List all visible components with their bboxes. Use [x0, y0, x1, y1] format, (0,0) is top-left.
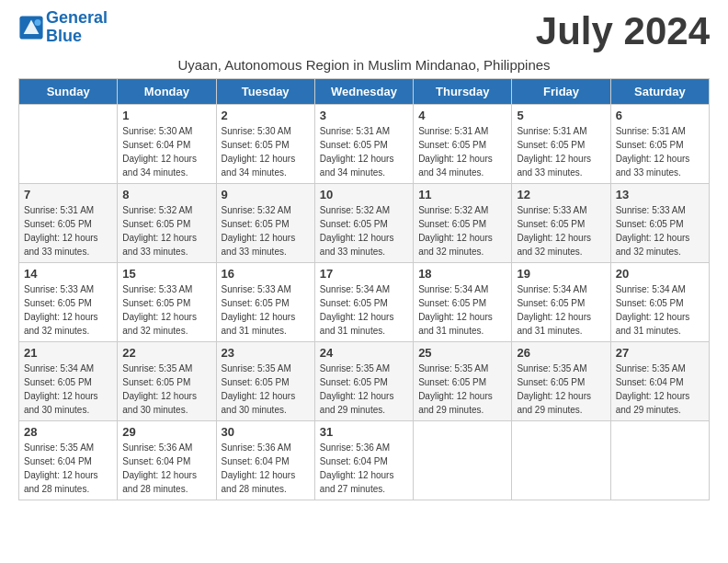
day-number: 20: [616, 267, 704, 281]
daylight-text: Daylight: 12 hours: [320, 154, 394, 164]
daylight-text: Daylight: 12 hours: [418, 312, 493, 322]
day-info: Sunrise: 5:35 AMSunset: 6:05 PMDaylight:…: [122, 362, 210, 417]
day-number: 7: [24, 188, 112, 201]
sunrise-text: Sunrise: 5:31 AM: [616, 126, 686, 136]
daylight-text: Daylight: 12 hours: [320, 312, 394, 322]
page-header: General Blue July 2024: [18, 9, 710, 53]
day-number: 17: [320, 267, 408, 281]
sunset-text: Sunset: 6:05 PM: [24, 377, 92, 387]
daylight-text: Daylight: 12 hours: [517, 312, 591, 322]
sunset-text: Sunset: 6:04 PM: [122, 140, 190, 150]
day-info: Sunrise: 5:33 AMSunset: 6:05 PMDaylight:…: [122, 282, 210, 338]
sunset-text: Sunset: 6:05 PM: [418, 298, 486, 308]
day-info: Sunrise: 5:30 AMSunset: 6:04 PMDaylight:…: [122, 124, 210, 179]
calendar-cell: 26Sunrise: 5:35 AMSunset: 6:05 PMDayligh…: [512, 342, 610, 421]
sunset-text: Sunset: 6:05 PM: [320, 298, 388, 308]
calendar-week-row: 14Sunrise: 5:33 AMSunset: 6:05 PMDayligh…: [19, 263, 710, 342]
day-number: 15: [122, 267, 210, 281]
daylight-text-cont: and 31 minutes.: [616, 326, 681, 336]
daylight-text-cont: and 33 minutes.: [320, 247, 385, 257]
sunrise-text: Sunrise: 5:36 AM: [320, 442, 390, 453]
day-number: 1: [122, 109, 210, 122]
day-number: 3: [320, 109, 408, 122]
calendar-cell: 10Sunrise: 5:32 AMSunset: 6:05 PMDayligh…: [314, 184, 413, 263]
sunset-text: Sunset: 6:05 PM: [517, 377, 585, 387]
calendar-cell: 27Sunrise: 5:35 AMSunset: 6:04 PMDayligh…: [610, 342, 709, 421]
daylight-text-cont: and 29 minutes.: [616, 405, 681, 415]
daylight-text-cont: and 32 minutes.: [616, 247, 681, 257]
weekday-header-friday: Friday: [512, 79, 610, 105]
day-number: 29: [122, 425, 210, 439]
daylight-text: Daylight: 12 hours: [122, 312, 197, 322]
calendar-week-row: 21Sunrise: 5:34 AMSunset: 6:05 PMDayligh…: [19, 342, 710, 421]
daylight-text-cont: and 28 minutes.: [24, 484, 89, 494]
calendar-cell: 19Sunrise: 5:34 AMSunset: 6:05 PMDayligh…: [512, 263, 610, 342]
day-number: 6: [616, 109, 704, 122]
day-info: Sunrise: 5:33 AMSunset: 6:05 PMDaylight:…: [222, 282, 310, 338]
daylight-text: Daylight: 12 hours: [616, 233, 690, 243]
day-number: 8: [122, 188, 210, 201]
day-number: 24: [320, 346, 408, 360]
sunrise-text: Sunrise: 5:33 AM: [517, 205, 586, 215]
sunset-text: Sunset: 6:05 PM: [24, 219, 92, 229]
logo-icon: [18, 15, 44, 40]
day-number: 13: [616, 188, 704, 201]
calendar-cell: 24Sunrise: 5:35 AMSunset: 6:05 PMDayligh…: [314, 342, 413, 421]
daylight-text-cont: and 33 minutes.: [616, 167, 681, 178]
calendar-cell: 28Sunrise: 5:35 AMSunset: 6:04 PMDayligh…: [19, 421, 118, 500]
day-info: Sunrise: 5:35 AMSunset: 6:05 PMDaylight:…: [222, 362, 310, 417]
daylight-text: Daylight: 12 hours: [122, 391, 197, 401]
day-info: Sunrise: 5:35 AMSunset: 6:05 PMDaylight:…: [320, 362, 408, 417]
day-number: 25: [418, 346, 506, 360]
daylight-text-cont: and 28 minutes.: [222, 484, 287, 494]
day-info: Sunrise: 5:35 AMSunset: 6:04 PMDaylight:…: [616, 362, 704, 417]
calendar-cell: 8Sunrise: 5:32 AMSunset: 6:05 PMDaylight…: [118, 184, 216, 263]
day-number: 28: [24, 425, 112, 439]
sunset-text: Sunset: 6:05 PM: [418, 219, 486, 229]
day-number: 19: [517, 267, 605, 281]
sunrise-text: Sunrise: 5:32 AM: [222, 205, 291, 215]
weekday-header-row: SundayMondayTuesdayWednesdayThursdayFrid…: [19, 79, 710, 105]
daylight-text: Daylight: 12 hours: [517, 154, 591, 164]
daylight-text-cont: and 32 minutes.: [24, 326, 89, 336]
day-number: 23: [222, 346, 310, 360]
sunrise-text: Sunrise: 5:33 AM: [616, 205, 686, 215]
day-info: Sunrise: 5:34 AMSunset: 6:05 PMDaylight:…: [418, 282, 506, 338]
daylight-text-cont: and 31 minutes.: [517, 326, 582, 336]
daylight-text-cont: and 32 minutes.: [418, 247, 483, 257]
day-info: Sunrise: 5:30 AMSunset: 6:05 PMDaylight:…: [222, 124, 310, 179]
day-info: Sunrise: 5:31 AMSunset: 6:05 PMDaylight:…: [517, 124, 605, 179]
day-info: Sunrise: 5:35 AMSunset: 6:05 PMDaylight:…: [517, 362, 605, 417]
sunset-text: Sunset: 6:04 PM: [222, 456, 290, 466]
sunset-text: Sunset: 6:05 PM: [616, 219, 684, 229]
day-info: Sunrise: 5:34 AMSunset: 6:05 PMDaylight:…: [616, 282, 704, 338]
day-info: Sunrise: 5:34 AMSunset: 6:05 PMDaylight:…: [320, 282, 408, 338]
sunrise-text: Sunrise: 5:35 AM: [222, 363, 291, 373]
calendar-cell: 3Sunrise: 5:31 AMSunset: 6:05 PMDaylight…: [314, 105, 413, 184]
daylight-text: Daylight: 12 hours: [616, 391, 690, 401]
calendar-cell: 15Sunrise: 5:33 AMSunset: 6:05 PMDayligh…: [118, 263, 216, 342]
day-number: 21: [24, 346, 112, 360]
location-subtitle: Uyaan, Autonomous Region in Muslim Minda…: [18, 57, 710, 73]
sunset-text: Sunset: 6:05 PM: [222, 377, 290, 387]
day-number: 16: [222, 267, 310, 281]
daylight-text-cont: and 32 minutes.: [517, 247, 582, 257]
calendar-cell: 22Sunrise: 5:35 AMSunset: 6:05 PMDayligh…: [118, 342, 216, 421]
sunrise-text: Sunrise: 5:36 AM: [122, 442, 192, 453]
sunrise-text: Sunrise: 5:32 AM: [122, 205, 192, 215]
daylight-text: Daylight: 12 hours: [24, 312, 98, 322]
day-info: Sunrise: 5:35 AMSunset: 6:05 PMDaylight:…: [418, 362, 506, 417]
sunrise-text: Sunrise: 5:34 AM: [320, 284, 390, 294]
daylight-text: Daylight: 12 hours: [320, 470, 394, 480]
daylight-text-cont: and 34 minutes.: [418, 167, 483, 178]
sunrise-text: Sunrise: 5:36 AM: [222, 442, 291, 453]
calendar-cell: 1Sunrise: 5:30 AMSunset: 6:04 PMDaylight…: [118, 105, 216, 184]
day-info: Sunrise: 5:33 AMSunset: 6:05 PMDaylight:…: [24, 282, 112, 338]
sunset-text: Sunset: 6:05 PM: [122, 377, 190, 387]
calendar-cell: [414, 421, 512, 500]
weekday-header-sunday: Sunday: [19, 79, 118, 105]
sunrise-text: Sunrise: 5:31 AM: [320, 126, 390, 136]
daylight-text: Daylight: 12 hours: [517, 391, 591, 401]
sunset-text: Sunset: 6:05 PM: [222, 298, 290, 308]
sunrise-text: Sunrise: 5:31 AM: [517, 126, 586, 136]
